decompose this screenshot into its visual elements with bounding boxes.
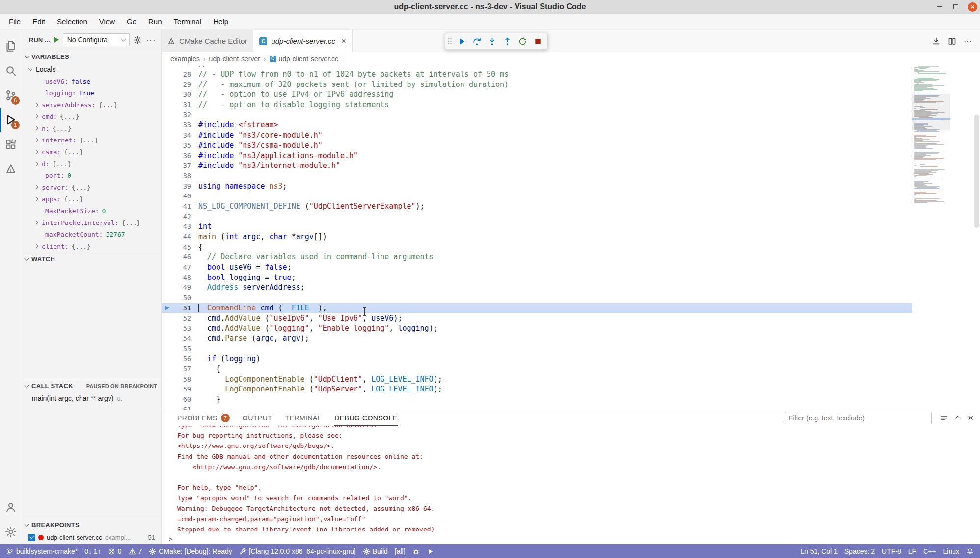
code-line-52[interactable]: 52 cmd.AddValue ("useIpv6", "Use Ipv6", … [162,313,912,323]
activitybar-search[interactable] [0,58,22,83]
encoding[interactable]: UTF-8 [878,544,905,558]
watch-section-header[interactable]: WATCH [22,252,161,266]
code-line-42[interactable]: 42 [162,211,912,222]
panel-tab-problems[interactable]: PROBLEMS7 [177,410,230,426]
variable-maxPacketCount[interactable]: maxPacketCount:32767 [22,228,161,240]
code-line-57[interactable]: 57 { [162,364,912,374]
step-out-button[interactable] [501,35,514,48]
code-line-28[interactable]: 28// - UDP flow from n0 to n1 of 1024 by… [162,69,912,80]
code-line-58[interactable]: 58 LogComponentEnable ("UdpClient", LOG_… [162,374,912,384]
code-area[interactable]: 27//28// - UDP flow from n0 to n1 of 102… [162,66,912,410]
start-debugging-button[interactable] [54,37,59,43]
variable-serverAddress[interactable]: serverAddress:{...} [22,99,161,111]
debug-console[interactable]: Type "show configuration" for configurat… [162,426,980,544]
code-line-46[interactable]: 46 // Declare variables used in command-… [162,252,912,262]
menu-help[interactable]: Help [207,15,234,28]
cmake-build-button[interactable]: Build [359,544,391,558]
language-mode[interactable]: C++ [920,544,939,558]
code-line-51[interactable]: 51 CommandLine cmd (__FILE__); [162,303,912,313]
menu-go[interactable]: Go [121,15,142,28]
menu-view[interactable]: View [93,15,121,28]
debug-gear-icon[interactable] [134,36,142,44]
debug-more-actions[interactable]: ··· [146,37,156,42]
restore-button[interactable] [951,2,961,12]
variable-useV6[interactable]: useV6:false [22,75,161,87]
code-line-27[interactable]: 27// [162,66,912,69]
code-line-55[interactable]: 55 [162,343,912,354]
code-line-31[interactable]: 31// - option to disable logging stateme… [162,100,912,110]
cmake-kit[interactable]: [Clang 12.0.0 x86_64-pc-linux-gnu] [236,544,359,558]
panel-tab-debug-console[interactable]: DEBUG CONSOLE [334,410,398,426]
close-button[interactable]: × [968,2,977,12]
breadcrumb-udp-client-server.cc[interactable]: Cudp-client-server.cc [270,55,338,63]
debug-config-select[interactable]: No Configura [63,33,130,46]
os-indicator[interactable]: Linux [940,544,963,558]
code-line-59[interactable]: 59 LogComponentEnable ("UdpServer", LOG_… [162,384,912,394]
variable-internet[interactable]: internet:{...} [22,134,161,146]
warning-count[interactable]: 7 [125,544,146,558]
split-editor-button[interactable] [948,37,956,46]
stop-button[interactable] [531,35,544,48]
console-prompt[interactable]: > [169,535,173,543]
console-filter-input[interactable] [785,412,932,424]
activitybar-accounts[interactable] [0,495,22,520]
code-line-43[interactable]: 43int [162,222,912,232]
panel-tab-output[interactable]: OUTPUT [243,410,272,426]
download-button[interactable] [932,37,941,46]
error-count[interactable]: 0 [105,544,125,558]
eol[interactable]: LF [905,544,920,558]
breadcrumb-examples[interactable]: examples [170,55,200,63]
minimap-slider[interactable] [912,94,950,130]
code-line-37[interactable]: 37#include "ns3/internet-module.h" [162,161,912,171]
breakpoint-checkbox[interactable] [28,534,35,541]
breadcrumb-udp-client-server[interactable]: udp-client-server [209,55,260,63]
variable-client[interactable]: client:{...} [22,240,161,252]
code-line-30[interactable]: 30// - option to use IPv4 or IPv6 addres… [162,89,912,100]
code-line-56[interactable]: 56 if (logging) [162,354,912,364]
cmake-status[interactable]: CMake: [Debug]: Ready [145,544,235,558]
close-tab-icon[interactable]: × [341,38,346,45]
code-line-41[interactable]: 41NS_LOG_COMPONENT_DEFINE ("UdpClientSer… [162,201,912,212]
continue-button[interactable] [455,35,468,48]
code-line-60[interactable]: 60 } [162,394,912,405]
code-line-49[interactable]: 49 Address serverAddress; [162,282,912,293]
menu-terminal[interactable]: Terminal [168,15,208,28]
activitybar-cmake-tools[interactable] [0,157,22,181]
activitybar-settings[interactable] [0,520,22,544]
toolbar-grip-icon[interactable] [447,37,453,46]
callstack-section-header[interactable]: CALL STACK PAUSED ON BREAKPOINT [22,379,161,392]
stack-frame[interactable]: main(int argc, char ** argv) u. [22,392,161,404]
cmake-debug-button[interactable] [409,544,423,558]
code-line-48[interactable]: 48 bool logging = true; [162,272,912,282]
panel-tab-terminal[interactable]: TERMINAL [285,410,322,426]
close-panel-button[interactable]: × [968,415,973,421]
variable-interPacketInterval[interactable]: interPacketInterval:{...} [22,217,161,228]
variable-MaxPacketSize[interactable]: MaxPacketSize:0 [22,205,161,217]
minimap[interactable] [912,66,950,410]
cursor-position[interactable]: Ln 51, Col 1 [797,544,841,558]
code-line-44[interactable]: 44main (int argc, char *argv[]) [162,232,912,242]
restart-button[interactable] [516,35,529,48]
scope-locals[interactable]: Locals [22,63,161,75]
git-branch-status[interactable]: buildsystem-cmake* [3,544,81,558]
variables-section-header[interactable]: VARIABLES [22,50,161,63]
menu-run[interactable]: Run [142,15,168,28]
output-lines-button[interactable] [940,414,948,422]
activitybar-run-debug[interactable]: 1 [0,108,22,132]
code-line-39[interactable]: 39using namespace ns3; [162,181,912,191]
variable-n[interactable]: n:{...} [22,122,161,134]
code-line-40[interactable]: 40 [162,191,912,201]
code-line-54[interactable]: 54 cmd.Parse (argc, argv); [162,334,912,344]
code-line-45[interactable]: 45{ [162,242,912,252]
cmake-build-target[interactable]: [all] [391,544,409,558]
variable-server[interactable]: server:{...} [22,181,161,193]
code-line-47[interactable]: 47 bool useV6 = false; [162,262,912,273]
activitybar-extensions[interactable] [0,132,22,157]
variable-port[interactable]: port:0 [22,169,161,181]
code-line-53[interactable]: 53 cmd.AddValue ("logging", "Enable logg… [162,323,912,334]
variable-apps[interactable]: apps:{...} [22,193,161,205]
variable-d[interactable]: d:{...} [22,158,161,169]
code-line-34[interactable]: 34#include "ns3/core-module.h" [162,130,912,140]
code-line-38[interactable]: 38 [162,171,912,181]
menu-selection[interactable]: Selection [51,15,93,28]
